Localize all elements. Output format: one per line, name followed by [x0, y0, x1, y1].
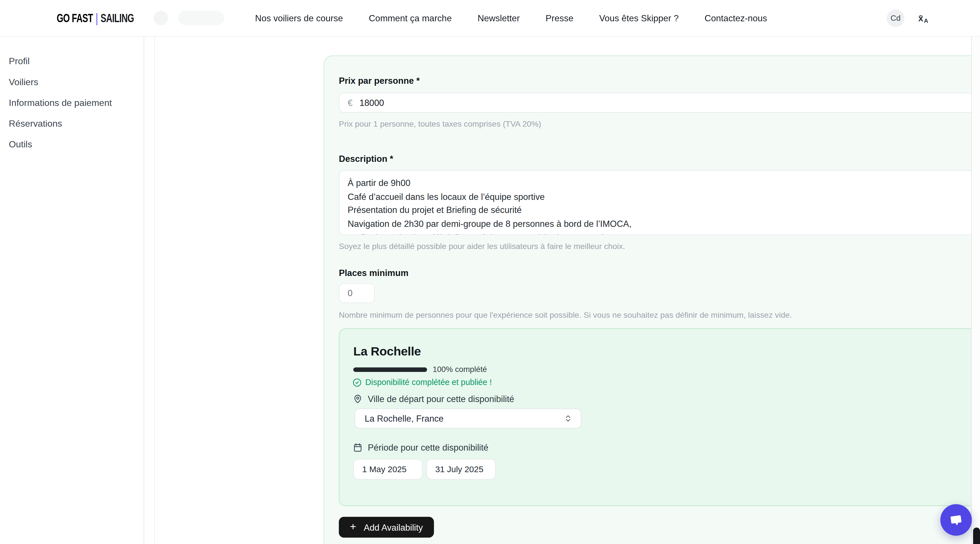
chevron-up-down-icon: [563, 413, 573, 424]
price-input[interactable]: € 18000: [339, 93, 977, 113]
blurred-badge: [178, 11, 224, 25]
price-value: 18000: [360, 98, 384, 108]
date-end-input[interactable]: 31 July 2025: [426, 459, 496, 480]
date-start-input[interactable]: 1 May 2025: [353, 459, 422, 480]
scrollbar-thumb[interactable]: [973, 528, 980, 544]
city-select-value: La Rochelle, France: [364, 413, 444, 424]
main-nav: Nos voiliers de course Comment ça marche…: [255, 0, 767, 37]
brand-logo[interactable]: GO FAST | SAILING: [57, 0, 134, 37]
header: GO FAST | SAILING Nos voiliers de course…: [0, 0, 980, 37]
sidebar-item-profil[interactable]: Profil: [0, 51, 143, 71]
nav-item-comment-ca-marche[interactable]: Comment ça marche: [369, 13, 452, 24]
scrollbar[interactable]: [971, 37, 980, 544]
places-minimum-label: Places minimum: [339, 268, 408, 278]
sidebar: Profil Voiliers Informations de paiement…: [0, 37, 144, 544]
main-content: Prix par personne * € 18000 Prix pour 1 …: [154, 37, 970, 544]
description-label: Description *: [339, 154, 393, 164]
description-line: Navigation de 2h30 par demi-groupe de 8 …: [348, 217, 980, 231]
description-line: Présentation du projet et Briefing de sé…: [348, 204, 980, 217]
price-helper: Prix pour 1 personne, toutes taxes compr…: [339, 119, 541, 129]
price-label: Prix par personne *: [339, 75, 420, 86]
plus-icon: +: [350, 521, 356, 533]
availability-status: Disponibilité complétée et publiée !: [353, 378, 492, 387]
places-minimum-input[interactable]: 0: [339, 283, 375, 303]
translate-icon[interactable]: x̄A: [915, 10, 932, 27]
sidebar-item-outils[interactable]: Outils: [0, 134, 143, 155]
check-circle-icon: [353, 378, 361, 387]
page: GO FAST | SAILING Nos voiliers de course…: [0, 0, 980, 544]
user-avatar[interactable]: Cd: [887, 10, 904, 27]
brand-sailing: SAILING: [101, 11, 134, 25]
map-pin-icon: [353, 394, 363, 404]
city-select[interactable]: La Rochelle, France: [355, 408, 581, 428]
description-textarea[interactable]: À partir de 9h00 Café d’accueil dans les…: [339, 170, 980, 235]
nav-item-presse[interactable]: Presse: [546, 13, 573, 24]
pack-section: Prix par personne * € 18000 Prix pour 1 …: [324, 55, 980, 544]
nav-item-newsletter[interactable]: Newsletter: [477, 13, 520, 24]
nav-item-contactez-nous[interactable]: Contactez-nous: [705, 13, 767, 24]
euro-icon: €: [348, 98, 352, 108]
add-availability-button[interactable]: + Add Availability: [339, 517, 434, 538]
sidebar-item-voiliers[interactable]: Voiliers: [0, 71, 143, 92]
availability-card: La Rochelle 100% complété Disponibilité …: [339, 329, 980, 506]
date-range: 1 May 2025 31 July 2025: [353, 459, 496, 480]
description-line: À partir de 9h00: [348, 177, 980, 190]
description-helper: Soyez le plus détaillé possible pour aid…: [339, 241, 625, 251]
sidebar-item-reservations[interactable]: Réservations: [0, 113, 143, 134]
places-minimum-helper: Nombre minimum de personnes pour que l'e…: [339, 310, 792, 319]
sidebar-item-informations-de-paiement[interactable]: Informations de paiement: [0, 92, 143, 113]
calendar-icon: [353, 442, 363, 453]
brand-go-fast: GO FAST: [57, 11, 93, 25]
chat-widget-button[interactable]: [940, 504, 972, 536]
availability-status-text: Disponibilité complétée et publiée !: [365, 378, 492, 387]
period-label: Période pour cette disponibilité: [368, 442, 488, 453]
description-line: Café d’accueil dans les locaux de l’équi…: [348, 190, 980, 204]
chat-bubble-icon: [948, 512, 964, 528]
progress-row: 100% complété: [353, 365, 487, 374]
nav-item-vous-etes-skipper[interactable]: Vous êtes Skipper ?: [599, 13, 679, 24]
availability-title: La Rochelle: [353, 344, 421, 359]
progress-label: 100% complété: [433, 365, 487, 374]
city-label: Ville de départ pour cette disponibilité: [368, 394, 514, 404]
description-line-clipped: En fin de navigation, débriefing et écha…: [348, 231, 980, 235]
brand-separator: |: [95, 11, 98, 26]
nav-item-voiliers-de-course[interactable]: Nos voiliers de course: [255, 13, 343, 24]
add-availability-label: Add Availability: [364, 522, 423, 532]
period-label-row: Période pour cette disponibilité: [353, 442, 488, 453]
blurred-avatar: [154, 11, 168, 25]
progress-bar: [353, 367, 427, 372]
city-label-row: Ville de départ pour cette disponibilité: [353, 394, 514, 404]
